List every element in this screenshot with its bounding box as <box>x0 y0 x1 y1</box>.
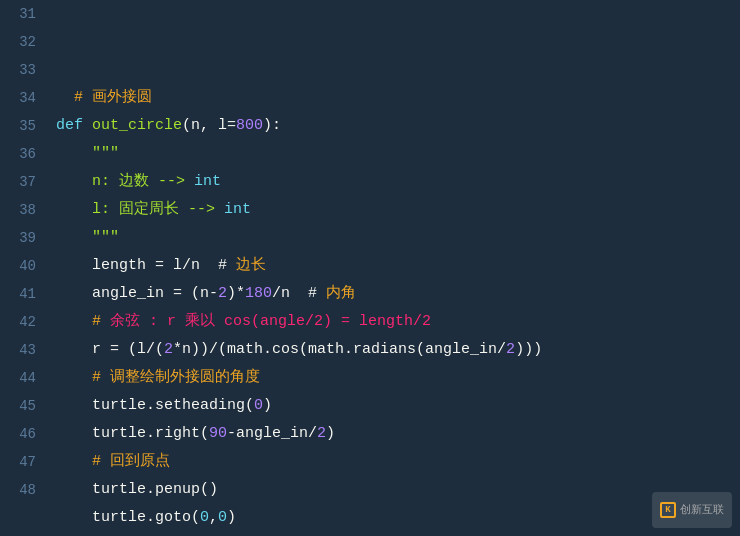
line-number: 37 <box>0 168 36 196</box>
code-token: ) <box>263 397 272 414</box>
code-token: 调整绘制外接圆的角度 <box>110 369 260 386</box>
code-token: r = (l/( <box>56 341 164 358</box>
code-token: # <box>56 453 110 470</box>
line-numbers: 313233343536373839404142434445464748 <box>0 0 48 536</box>
code-line: turtle.penup() <box>56 476 740 504</box>
code-token: 2 <box>506 341 515 358</box>
code-content[interactable]: # 画外接圆def out_circle(n, l=800): """ n: 边… <box>48 0 740 536</box>
code-line: length = l/n # 边长 <box>56 252 740 280</box>
code-token: 余弦 : r 乘以 cos(angle/2) = length/2 <box>110 313 431 330</box>
code-line: # 回到原点 <box>56 448 740 476</box>
watermark-text: 创新互联 <box>680 496 724 524</box>
code-token: turtle.penup() <box>56 481 218 498</box>
code-token: turtle.right( <box>56 425 209 442</box>
code-token: 2 <box>164 341 173 358</box>
line-number: 31 <box>0 0 36 28</box>
code-token: l: 固定周长 --> <box>56 201 224 218</box>
code-token: 90 <box>209 425 227 442</box>
line-number: 46 <box>0 420 36 448</box>
code-token: 0 <box>218 509 227 526</box>
code-line: turtle.right(90-angle_in/2) <box>56 420 740 448</box>
code-token: )* <box>227 285 245 302</box>
line-number: 41 <box>0 280 36 308</box>
code-token: 800 <box>236 117 263 134</box>
line-number: 34 <box>0 84 36 112</box>
code-token: 2 <box>317 425 326 442</box>
code-token: , <box>209 509 218 526</box>
code-line: # 画外接圆 <box>56 84 740 112</box>
line-number: 45 <box>0 392 36 420</box>
line-number: 35 <box>0 112 36 140</box>
code-token: -angle_in/ <box>227 425 317 442</box>
code-token: # <box>56 369 110 386</box>
line-number: 36 <box>0 140 36 168</box>
code-token: """ <box>56 145 119 162</box>
line-number: 42 <box>0 308 36 336</box>
code-token: ) <box>227 509 236 526</box>
code-token: ): <box>263 117 281 134</box>
code-token: 0 <box>254 397 263 414</box>
code-token: ( <box>182 117 191 134</box>
code-line: angle_in = (n-2)*180/n # 内角 <box>56 280 740 308</box>
code-token: ))) <box>515 341 542 358</box>
code-line: turtle.setheading(0) <box>56 392 740 420</box>
code-token: = <box>227 117 236 134</box>
code-editor: 313233343536373839404142434445464748 # 画… <box>0 0 740 536</box>
code-token: *n))/(math.cos(math.radians(angle_in/ <box>173 341 506 358</box>
line-number: 33 <box>0 56 36 84</box>
code-token: 内角 <box>326 285 356 302</box>
code-token: 画外接圆 <box>92 89 152 106</box>
watermark: K 创新互联 <box>652 492 732 528</box>
code-token: 2 <box>218 285 227 302</box>
code-token: # <box>56 89 92 106</box>
code-token: 180 <box>245 285 272 302</box>
code-line: """ <box>56 140 740 168</box>
watermark-logo: K <box>660 502 676 518</box>
code-token: int <box>194 173 221 190</box>
code-token: 边长 <box>236 257 266 274</box>
line-number: 40 <box>0 252 36 280</box>
code-line: turtle.goto(0,0) <box>56 504 740 532</box>
code-token: ) <box>326 425 335 442</box>
line-number: 47 <box>0 448 36 476</box>
code-token: /n # <box>272 285 326 302</box>
code-line: n: 边数 --> int <box>56 168 740 196</box>
line-number: 44 <box>0 364 36 392</box>
code-line: r = (l/(2*n))/(math.cos(math.radians(ang… <box>56 336 740 364</box>
code-line: turtle.pendown() <box>56 532 740 536</box>
code-token: out_circle <box>92 117 182 134</box>
code-line: # 余弦 : r 乘以 cos(angle/2) = length/2 <box>56 308 740 336</box>
code-token: angle_in = (n- <box>56 285 218 302</box>
line-number: 39 <box>0 224 36 252</box>
code-token: n, l <box>191 117 227 134</box>
code-line: # 调整绘制外接圆的角度 <box>56 364 740 392</box>
line-number: 32 <box>0 28 36 56</box>
code-line: def out_circle(n, l=800): <box>56 112 740 140</box>
line-number: 48 <box>0 476 36 504</box>
code-token: 回到原点 <box>110 453 170 470</box>
line-number: 43 <box>0 336 36 364</box>
code-token: n: 边数 --> <box>56 173 194 190</box>
code-line: l: 固定周长 --> int <box>56 196 740 224</box>
code-line: """ <box>56 224 740 252</box>
code-token: # <box>56 313 110 330</box>
code-token: turtle.goto( <box>56 509 200 526</box>
code-token: turtle.setheading( <box>56 397 254 414</box>
code-token: length = l/n # <box>56 257 236 274</box>
code-token: 0 <box>200 509 209 526</box>
line-number: 38 <box>0 196 36 224</box>
code-token: """ <box>56 229 119 246</box>
code-token: int <box>224 201 251 218</box>
code-token: def <box>56 117 92 134</box>
